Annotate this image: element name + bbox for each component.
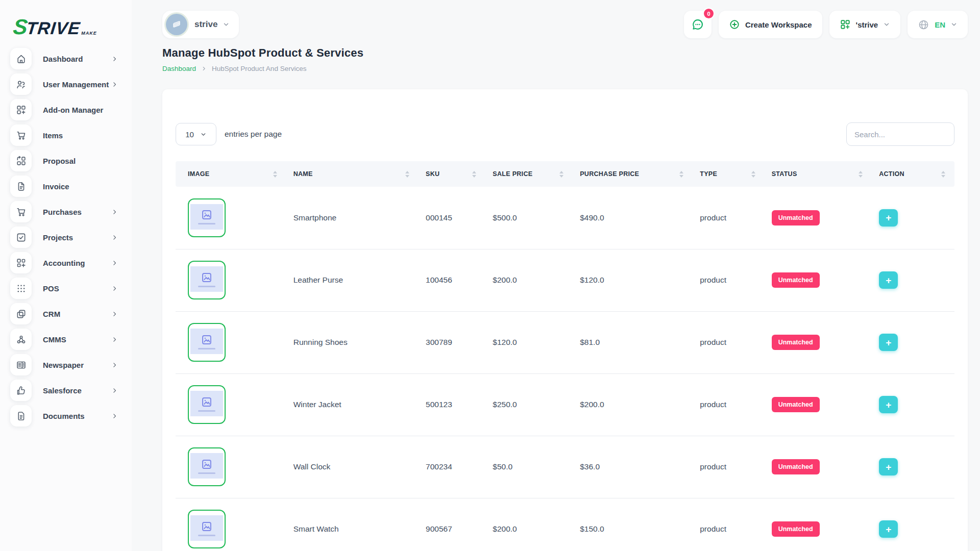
cell-sale-price: $200.0 <box>485 249 573 311</box>
cell-sku: 700234 <box>419 436 485 498</box>
entries-per-page-select[interactable]: 10 <box>176 123 216 145</box>
sort-icon[interactable] <box>472 171 476 178</box>
image-icon <box>201 334 213 346</box>
chevron-right-icon <box>111 81 118 88</box>
sort-icon[interactable] <box>941 171 945 178</box>
status-badge: Unmatched <box>772 272 820 288</box>
workspace-name: strive <box>194 19 217 30</box>
sort-icon[interactable] <box>859 171 863 178</box>
sidebar-item-icon-chip <box>10 278 32 299</box>
sort-icon[interactable] <box>751 171 755 178</box>
brand-logo[interactable]: S TRIVE MAKE <box>0 7 132 37</box>
cell-sku: 000145 <box>419 187 485 249</box>
image-icon <box>201 520 213 533</box>
create-workspace-label: Create Workspace <box>745 20 812 29</box>
sidebar-item-salesforce[interactable]: Salesforce <box>0 378 132 403</box>
sidebar-item-crm[interactable]: CRM <box>0 301 132 327</box>
cell-sale-price: $50.0 <box>485 436 573 498</box>
status-badge: Unmatched <box>772 521 820 537</box>
cell-sale-price: $250.0 <box>485 373 573 436</box>
chat-button[interactable]: 0 <box>684 11 712 38</box>
sidebar-item-icon-chip <box>10 150 32 171</box>
account-name: 'strive <box>856 20 878 29</box>
users-icon <box>16 79 27 90</box>
column-header-sale-price[interactable]: SALE PRICE <box>485 161 573 187</box>
sidebar-item-dashboard[interactable]: Dashboard <box>0 46 132 71</box>
sidebar-item-icon-chip <box>10 73 32 95</box>
search-input[interactable] <box>846 122 954 146</box>
breadcrumb: Dashboard HubSpot Product And Services <box>162 65 968 72</box>
sidebar-item-items[interactable]: Items <box>0 122 132 148</box>
column-header-label: PURCHASE PRICE <box>580 170 639 178</box>
column-header-label: IMAGE <box>188 170 209 178</box>
column-header-name[interactable]: NAME <box>286 161 419 187</box>
create-workspace-button[interactable]: Create Workspace <box>719 11 822 38</box>
sidebar-item-label: Documents <box>43 412 85 420</box>
sort-icon[interactable] <box>405 171 409 178</box>
sidebar-item-icon-chip <box>10 303 32 324</box>
add-action-button[interactable]: + <box>879 271 898 289</box>
image-icon <box>201 396 213 408</box>
workspace-selector[interactable]: strive <box>162 11 239 38</box>
sidebar-item-documents[interactable]: Documents <box>0 403 132 429</box>
sidebar-item-icon-chip <box>10 201 32 222</box>
brand-logo-subtext: MAKE <box>81 31 97 36</box>
column-header-purchase-price[interactable]: PURCHASE PRICE <box>573 161 693 187</box>
chevron-down-icon <box>200 131 207 138</box>
language-selector[interactable]: EN <box>908 11 968 38</box>
column-header-label: SKU <box>426 170 439 178</box>
dots-grid-icon <box>16 283 27 294</box>
chevron-right-icon <box>201 66 207 71</box>
product-image-placeholder[interactable] <box>188 323 226 362</box>
sidebar-item-label: Purchases <box>43 208 82 216</box>
chevron-right-icon <box>111 311 118 317</box>
entries-per-page-label: entries per page <box>225 130 282 139</box>
add-action-button[interactable]: + <box>879 396 898 413</box>
sidebar-item-newspaper[interactable]: Newspaper <box>0 352 132 378</box>
sort-icon[interactable] <box>559 171 564 178</box>
add-action-button[interactable]: + <box>879 520 898 538</box>
image-caption-line <box>198 286 215 287</box>
sidebar-item-user-management[interactable]: User Management <box>0 71 132 97</box>
sidebar-item-pos[interactable]: POS <box>0 276 132 301</box>
product-image-placeholder[interactable] <box>188 198 226 237</box>
account-dropdown[interactable]: 'strive <box>829 11 901 38</box>
sidebar-item-projects[interactable]: Projects <box>0 224 132 250</box>
column-header-type[interactable]: TYPE <box>693 161 764 187</box>
sidebar-item-icon-chip <box>10 124 32 146</box>
grid-plus-alt-icon <box>16 258 27 268</box>
product-image-placeholder[interactable] <box>188 447 226 486</box>
sort-icon[interactable] <box>679 171 683 178</box>
column-header-label: NAME <box>293 170 313 178</box>
sidebar-item-add-on-manager[interactable]: Add-on Manager <box>0 97 132 122</box>
add-action-button[interactable]: + <box>879 334 898 351</box>
table-card: 10 entries per page IMAGE NAME SKU <box>162 89 968 551</box>
status-badge: Unmatched <box>772 459 820 474</box>
sidebar-item-icon-chip <box>10 252 32 273</box>
table-row: Winter Jacket 500123 $250.0 $200.0 produ… <box>176 373 954 436</box>
sidebar-item-cmms[interactable]: CMMS <box>0 327 132 352</box>
product-image-placeholder[interactable] <box>188 510 226 548</box>
sidebar-item-accounting[interactable]: Accounting <box>0 250 132 276</box>
add-action-button[interactable]: + <box>879 209 898 227</box>
column-header-label: TYPE <box>700 170 717 178</box>
sidebar-item-proposal[interactable]: Proposal <box>0 148 132 173</box>
column-header-sku[interactable]: SKU <box>419 161 485 187</box>
topbar: strive 0 Create Workspace 'strive EN <box>162 11 968 38</box>
sidebar-item-invoice[interactable]: Invoice <box>0 173 132 199</box>
table-row: Running Shoes 300789 $120.0 $81.0 produc… <box>176 311 954 373</box>
column-header-action[interactable]: ACTION <box>872 161 954 187</box>
image-caption-line <box>198 348 215 349</box>
brand-logo-s: S <box>12 17 28 37</box>
breadcrumb-dashboard-link[interactable]: Dashboard <box>162 65 196 72</box>
sidebar-item-purchases[interactable]: Purchases <box>0 199 132 224</box>
product-image-placeholder[interactable] <box>188 385 226 424</box>
product-image-placeholder[interactable] <box>188 261 226 299</box>
column-header-image[interactable]: IMAGE <box>176 161 286 187</box>
sort-icon[interactable] <box>273 171 277 178</box>
cell-sku: 100456 <box>419 249 485 311</box>
chat-badge: 0 <box>703 8 715 19</box>
table-row: Leather Purse 100456 $200.0 $120.0 produ… <box>176 249 954 311</box>
column-header-status[interactable]: STATUS <box>765 161 872 187</box>
add-action-button[interactable]: + <box>879 458 898 475</box>
